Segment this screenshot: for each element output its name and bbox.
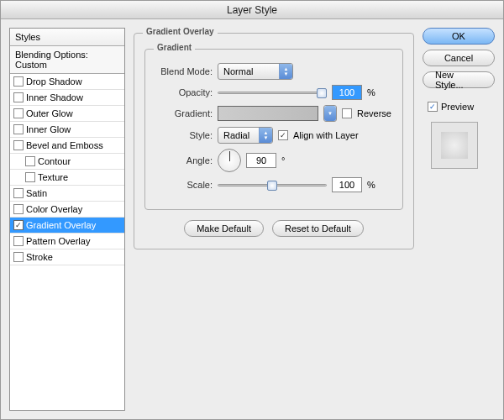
sidebar-item-stroke[interactable]: Stroke xyxy=(10,249,124,265)
sidebar-item-color-overlay[interactable]: Color Overlay xyxy=(10,202,124,218)
effect-checkbox[interactable] xyxy=(13,140,24,150)
opacity-unit: % xyxy=(367,87,375,97)
group-title-outer: Gradient Overlay xyxy=(143,27,218,36)
reverse-label: Reverse xyxy=(357,108,391,118)
style-label: Style: xyxy=(155,130,213,140)
sidebar-item-label: Stroke xyxy=(26,252,53,262)
sidebar-item-label: Color Overlay xyxy=(26,204,82,214)
sidebar-item-label: Contour xyxy=(38,156,71,166)
gradient-dropdown[interactable]: ▼ xyxy=(323,105,337,122)
style-value: Radial xyxy=(223,130,249,140)
sidebar-item-label: Inner Glow xyxy=(26,124,71,134)
angle-dial[interactable] xyxy=(218,149,241,172)
effect-checkbox[interactable] xyxy=(13,236,24,246)
effect-checkbox[interactable] xyxy=(13,108,24,118)
effect-checkbox[interactable] xyxy=(13,204,24,214)
effect-checkbox[interactable]: ✓ xyxy=(13,220,24,230)
sidebar-item-satin[interactable]: Satin xyxy=(10,186,124,202)
scale-slider[interactable] xyxy=(218,179,327,191)
opacity-input[interactable]: 100 xyxy=(332,85,362,100)
sidebar-item-label: Pattern Overlay xyxy=(26,236,90,246)
styles-header[interactable]: Styles xyxy=(10,29,124,46)
sidebar-item-inner-shadow[interactable]: Inner Shadow xyxy=(10,90,124,106)
sidebar-item-texture[interactable]: Texture xyxy=(10,170,124,186)
reverse-checkbox[interactable] xyxy=(342,108,352,118)
sidebar-item-pattern-overlay[interactable]: Pattern Overlay xyxy=(10,234,124,249)
sidebar-item-label: Gradient Overlay xyxy=(26,220,96,230)
preview-checkbox[interactable]: ✓ xyxy=(428,102,438,112)
blend-mode-label: Blend Mode: xyxy=(155,66,213,76)
settings-panel: Gradient Overlay Gradient Blend Mode: No… xyxy=(134,28,414,411)
effect-checkbox[interactable] xyxy=(13,124,24,134)
ok-button[interactable]: OK xyxy=(423,28,495,45)
make-default-button[interactable]: Make Default xyxy=(184,220,264,237)
blending-options-item[interactable]: Blending Options: Custom xyxy=(10,46,124,74)
sidebar-item-label: Inner Shadow xyxy=(26,92,83,102)
cancel-button[interactable]: Cancel xyxy=(423,50,495,66)
gradient-group: Gradient Blend Mode: Normal ▲▼ Opacity: xyxy=(144,49,403,210)
effect-checkbox[interactable] xyxy=(13,252,24,262)
sidebar-item-contour[interactable]: Contour xyxy=(10,154,124,170)
sidebar-item-label: Bevel and Emboss xyxy=(26,140,103,150)
opacity-label: Opacity: xyxy=(155,87,213,97)
sidebar-item-label: Satin xyxy=(26,188,47,198)
dialog-title: Layer Style xyxy=(1,1,503,19)
sidebar-item-outer-glow[interactable]: Outer Glow xyxy=(10,106,124,122)
angle-label: Angle: xyxy=(155,155,213,165)
align-label: Align with Layer xyxy=(293,130,359,140)
sidebar-item-gradient-overlay[interactable]: ✓Gradient Overlay xyxy=(10,218,124,234)
angle-input[interactable]: 90 xyxy=(246,153,276,168)
group-title-inner: Gradient xyxy=(154,43,195,52)
reset-default-button[interactable]: Reset to Default xyxy=(272,220,364,237)
blend-mode-dropdown[interactable]: Normal ▲▼ xyxy=(218,63,293,80)
scale-label: Scale: xyxy=(155,180,213,190)
gradient-picker[interactable] xyxy=(218,106,318,121)
preview-label: Preview xyxy=(441,102,474,112)
chevron-updown-icon: ▲▼ xyxy=(279,64,292,79)
effect-checkbox[interactable] xyxy=(25,156,35,166)
sidebar-item-label: Drop Shadow xyxy=(26,76,82,87)
gradient-label: Gradient: xyxy=(155,108,213,118)
sidebar-item-bevel-and-emboss[interactable]: Bevel and Emboss xyxy=(10,138,124,154)
preview-thumbnail xyxy=(431,122,478,169)
opacity-slider[interactable] xyxy=(218,87,327,98)
chevron-updown-icon: ▲▼ xyxy=(259,128,272,143)
sidebar-item-label: Texture xyxy=(38,172,68,182)
scale-unit: % xyxy=(367,180,375,190)
effect-checkbox[interactable] xyxy=(13,92,24,102)
new-style-button[interactable]: New Style... xyxy=(423,71,495,88)
align-checkbox[interactable]: ✓ xyxy=(278,130,288,140)
style-dropdown[interactable]: Radial ▲▼ xyxy=(218,127,273,144)
sidebar-item-drop-shadow[interactable]: Drop Shadow xyxy=(10,74,124,90)
effect-checkbox[interactable] xyxy=(13,188,24,198)
sidebar-item-label: Outer Glow xyxy=(26,108,73,118)
styles-sidebar: Styles Blending Options: Custom Drop Sha… xyxy=(9,28,125,411)
layer-style-dialog: Layer Style Styles Blending Options: Cus… xyxy=(0,0,504,420)
blend-mode-value: Normal xyxy=(223,66,253,76)
angle-unit: ° xyxy=(281,155,285,165)
chevron-down-icon: ▼ xyxy=(324,106,336,121)
effect-checkbox[interactable] xyxy=(25,172,35,182)
dialog-buttons: OK Cancel New Style... ✓ Preview xyxy=(423,28,495,411)
scale-input[interactable]: 100 xyxy=(332,177,362,192)
effect-checkbox[interactable] xyxy=(13,76,24,87)
gradient-overlay-group: Gradient Overlay Gradient Blend Mode: No… xyxy=(134,33,414,249)
sidebar-item-inner-glow[interactable]: Inner Glow xyxy=(10,122,124,138)
